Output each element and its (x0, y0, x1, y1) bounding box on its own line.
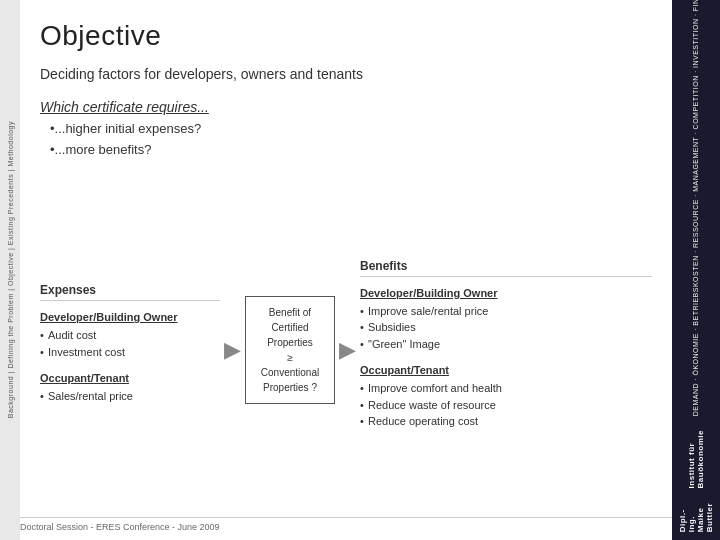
person-text: Dipl.-Ing. Maike Buttler (678, 503, 714, 532)
which-title: Which certificate requires... (40, 99, 209, 115)
bullet-1: •...higher initial expenses? (40, 121, 201, 136)
benefits-occupant-section: Occupant/Tenant Improve comfort and heal… (360, 364, 652, 430)
expenses-occupant-title: Occupant/Tenant (40, 372, 220, 384)
benefits-occupant-list: Improve comfort and health Reduce waste … (360, 380, 652, 430)
arrow-right-icon: ▶ (339, 337, 356, 363)
subtitle: Deciding factors for developers, owners … (40, 66, 652, 82)
list-item: Subsidies (360, 319, 652, 336)
main-content: Objective Deciding factors for developer… (20, 0, 672, 540)
benefits-developer-list: Improve sale/rental price Subsidies "Gre… (360, 303, 652, 353)
institute-text: Institut für Bauökonomie (687, 430, 705, 488)
benefits-occupant-title: Occupant/Tenant (360, 364, 652, 376)
list-item: Sales/rental price (40, 388, 220, 405)
diagram-area: Expenses Developer/Building Owner Audit … (40, 190, 652, 510)
benefits-developer-title: Developer/Building Owner (360, 287, 652, 299)
expenses-developer-list: Audit cost Investment cost (40, 327, 220, 360)
expenses-column: Expenses Developer/Building Owner Audit … (40, 283, 220, 417)
list-item: Improve comfort and health (360, 380, 652, 397)
center-box-line3: Properties (267, 337, 313, 348)
footer-text: Doctoral Session - ERES Conference - Jun… (20, 522, 220, 532)
expenses-occupant-section: Occupant/Tenant Sales/rental price (40, 372, 220, 405)
right-info-strip: DEMAND · ÖKONOMIE · BETRIEBSKOSTEN · RES… (672, 0, 720, 540)
expenses-developer-title: Developer/Building Owner (40, 311, 220, 323)
list-item: Reduce waste of resource (360, 397, 652, 414)
list-item: Audit cost (40, 327, 220, 344)
center-benefit-box: Benefit of Certified Properties ≥ Conven… (245, 296, 335, 404)
keywords-text: DEMAND · ÖKONOMIE · BETRIEBSKOSTEN · RES… (692, 0, 700, 416)
list-item: Investment cost (40, 344, 220, 361)
center-block: ▶ Benefit of Certified Properties ≥ Conv… (224, 296, 356, 404)
benefits-developer-section: Developer/Building Owner Improve sale/re… (360, 287, 652, 353)
breadcrumb-strip: Background | Defining the Problem | Obje… (0, 0, 20, 540)
page-title: Objective (40, 20, 652, 52)
list-item: Improve sale/rental price (360, 303, 652, 320)
benefits-column: Benefits Developer/Building Owner Improv… (360, 259, 652, 442)
benefits-header: Benefits (360, 259, 652, 277)
list-item: Reduce operating cost (360, 413, 652, 430)
expenses-developer-section: Developer/Building Owner Audit cost Inve… (40, 311, 220, 360)
center-box-line5: Conventional (261, 367, 319, 378)
arrow-left-icon: ▶ (224, 337, 241, 363)
footer: Doctoral Session - ERES Conference - Jun… (20, 517, 672, 532)
expenses-header: Expenses (40, 283, 220, 301)
center-box-line6: Properties ? (263, 382, 317, 393)
center-box-line2: Certified (271, 322, 308, 333)
center-box-line4: ≥ (287, 352, 293, 363)
bullet-2: •...more benefits? (40, 142, 151, 157)
center-box-line1: Benefit of (269, 307, 311, 318)
expenses-occupant-list: Sales/rental price (40, 388, 220, 405)
list-item: "Green" Image (360, 336, 652, 353)
which-section: Which certificate requires... •...higher… (40, 96, 652, 160)
breadcrumb-text: Background | Defining the Problem | Obje… (7, 121, 14, 418)
